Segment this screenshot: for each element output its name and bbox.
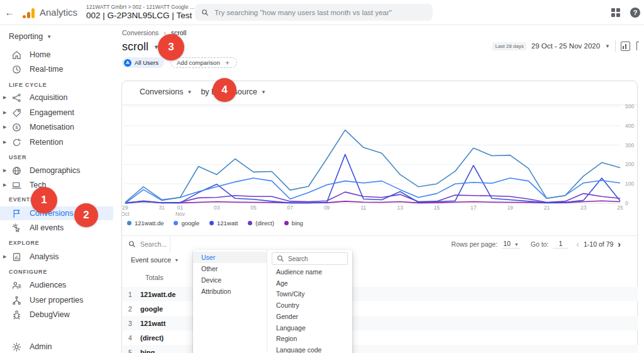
expand-arrow-icon[interactable]: ▶ [3,168,6,173]
dropdown-item-age[interactable]: Age [267,277,352,288]
acquisition-icon [11,92,22,103]
svg-text:Oct: Oct [122,211,130,217]
rows-per-page-select[interactable]: 10▼ [502,240,520,249]
sidebar-item-user-properties[interactable]: User properties [0,293,113,307]
nav-switcher-reporting[interactable]: Reporting ▼ [9,31,52,42]
tap-icon [11,223,22,233]
legend-item-121watt.de[interactable]: 121watt.de [127,220,164,227]
dropdown-item-town-city[interactable]: Town/City [267,289,352,300]
add-comparison-button[interactable]: Add comparison ＋ [170,57,237,68]
all-users-chip[interactable]: A All Users [122,57,164,68]
monetisation-icon: $ [11,122,22,133]
expand-arrow-icon[interactable]: ▶ [3,254,6,259]
annotation-callout-3: 3 [158,34,184,60]
date-range-picker[interactable]: 29 Oct - 25 Nov 2020 [531,42,600,50]
property-selector[interactable]: 121WATT GmbH > 002 - 121WATT Google ... … [86,4,200,20]
expand-arrow-icon[interactable]: ▶ [3,182,6,188]
svg-text:01: 01 [177,205,184,211]
sidebar-item-engagement[interactable]: ▶Engagement [0,106,113,120]
dropdown-item-language-code[interactable]: Language code [267,344,352,353]
metric-selector[interactable]: Conversions [140,87,183,96]
property-name: 002 | G-2P3NL95LCG | Test [86,11,192,20]
dropdown-category-attribution[interactable]: Attribution [193,286,267,297]
sidebar-item-home[interactable]: Home [0,48,113,62]
svg-text:31: 31 [159,205,165,211]
svg-text:Nov: Nov [175,211,186,217]
expand-arrow-icon[interactable]: ▶ [3,140,6,145]
search-placeholder: Try searching "how many users last month… [214,9,392,16]
sidebar-item-debugview[interactable]: DebugView [0,308,113,322]
row-index: 3 [123,320,140,327]
sidebar-section-configure: CONFIGURE [9,267,47,276]
legend-dot-icon [284,221,289,225]
sidebar-section-user: USER [9,153,26,162]
dropdown-category-user[interactable]: User [193,252,267,263]
svg-text:03: 03 [214,205,220,211]
demographics-icon [11,165,22,176]
dropdown-item-language[interactable]: Language [267,322,352,333]
global-search-input[interactable]: Try searching "how many users last month… [195,4,433,21]
chevron-down-icon: ▼ [261,89,266,95]
svg-text:$: $ [15,125,18,130]
app-name: Analytics [40,7,77,18]
row-event-source: 121watt.de [140,291,175,298]
chevron-down-icon: ▼ [187,89,192,95]
sidebar-item-all-events[interactable]: All events [0,221,113,235]
dropdown-item-region[interactable]: Region [267,333,352,344]
svg-text:23: 23 [580,205,587,211]
account-path: 121WATT GmbH > 002 - 121WATT Google ... [86,4,200,11]
dimension-dropdown-menu: UserOtherDeviceAttribution Search Audien… [193,250,352,353]
column-header-event-source[interactable]: Event source ▼ [131,256,179,264]
dimension-search-input[interactable]: Search [272,252,348,265]
sidebar-item-audiences[interactable]: Audiences [0,278,113,292]
sidebar-item-real-time[interactable]: Real-time [0,62,113,76]
svg-text:11: 11 [361,205,367,211]
dropdown-item-audience-name[interactable]: Audience name [267,267,352,277]
prev-page-icon[interactable]: ‹ [576,239,579,249]
annotation-callout-4: 4 [213,78,236,102]
main-content: Conversions › scroll scroll ▼ A All User… [113,25,644,353]
legend-item-(direct)[interactable]: (direct) [248,220,274,227]
svg-text:19: 19 [507,205,513,211]
help-icon[interactable]: ? [630,8,640,18]
table-search-input[interactable]: Search... [122,240,170,248]
svg-text:05: 05 [250,205,257,211]
edit-comparisons-icon[interactable] [621,42,630,51]
search-icon [201,9,209,16]
breadcrumb-parent[interactable]: Conversions [122,29,158,36]
admin-icon [11,342,22,352]
dropdown-item-gender[interactable]: Gender [267,311,352,322]
sidebar-item-monetisation[interactable]: ▶$Monetisation [0,120,113,134]
clock-icon [11,64,22,75]
chevron-down-icon: ▼ [47,34,52,40]
share-icon-partial[interactable] [636,42,639,50]
dropdown-item-country[interactable]: Country [267,300,352,311]
dropdown-category-other[interactable]: Other [193,263,267,274]
sidebar-item-analysis[interactable]: ▶Analysis [0,250,113,264]
apps-grid-icon[interactable] [611,8,620,17]
sidebar-item-acquisition[interactable]: ▶Acquisition [0,91,113,104]
legend-dot-icon [248,221,252,225]
next-page-icon[interactable]: › [618,239,621,249]
sidebar-item-tech[interactable]: ▶Tech [0,178,113,192]
legend-item-bing[interactable]: bing [284,220,303,227]
svg-text:0: 0 [625,200,628,206]
sidebar-item-admin[interactable]: Admin [0,340,113,353]
goto-page-input[interactable]: 1 [553,240,568,249]
expand-arrow-icon[interactable]: ▶ [3,95,6,100]
legend-item-google[interactable]: google [174,220,199,227]
dropdown-category-device[interactable]: Device [193,274,267,286]
expand-arrow-icon[interactable]: ▶ [3,110,6,115]
sidebar-item-retention[interactable]: ▶Retention [0,135,113,149]
sidebar-item-demographics[interactable]: ▶Demographics [0,164,113,177]
back-arrow-icon[interactable]: ← [0,7,19,18]
analysis-icon [11,252,22,262]
row-index: 1 [123,291,140,298]
sidebar-section-life-cycle: LIFE CYCLE [9,81,47,89]
legend-item-121watt[interactable]: 121watt [209,220,238,227]
series-121watt [125,154,620,203]
expand-arrow-icon[interactable]: ▶ [3,125,6,130]
annotation-callout-2: 2 [74,203,98,227]
svg-text:25: 25 [617,205,623,211]
svg-text:21: 21 [544,205,550,211]
